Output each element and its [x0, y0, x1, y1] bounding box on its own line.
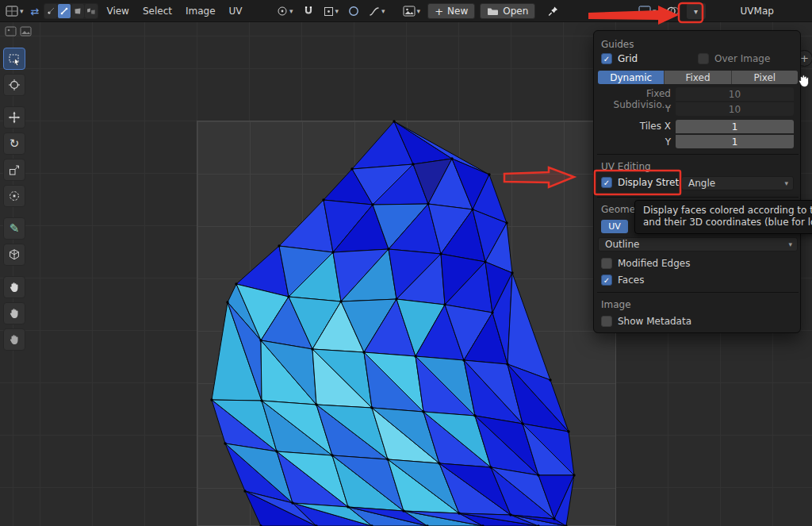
image-icon [403, 6, 416, 17]
tool-rotate[interactable]: ↻ [3, 132, 25, 155]
chevron-down-icon: ▾ [20, 7, 24, 15]
pivot-point-dropdown[interactable]: ▾ [274, 3, 296, 19]
uv-opacity-chip[interactable]: UV [601, 220, 628, 233]
edge-select-icon [60, 7, 68, 15]
tool-cage-transform[interactable] [3, 244, 25, 266]
tool-relax[interactable] [3, 302, 25, 324]
magnet-icon [303, 6, 314, 17]
chevron-down-icon: ▾ [335, 7, 339, 15]
new-image-button[interactable]: + New [427, 3, 475, 19]
browse-image-dropdown[interactable]: ▾ [400, 3, 423, 19]
active-uvmap-label: UVMap [741, 6, 774, 17]
scale-icon [8, 163, 21, 176]
proportional-editing-toggle[interactable] [346, 3, 362, 19]
panel-separator [597, 197, 799, 198]
relax-hand-icon [8, 307, 21, 320]
display-stretch-tooltip: Display faces colored according to the d… [634, 200, 812, 234]
viewport-corner-icons [5, 26, 32, 36]
box-select-icon [8, 52, 21, 66]
menu-uv[interactable]: UV [224, 3, 248, 19]
rotate-icon: ↻ [10, 138, 20, 150]
segment-fixed[interactable]: Fixed [665, 71, 730, 84]
show-metadata-checkbox[interactable] [601, 316, 612, 327]
image-frame-icon [5, 26, 17, 36]
edge-display-value: Outline [605, 239, 639, 250]
tool-box-select[interactable] [3, 48, 25, 70]
overlays-options-dropdown[interactable]: ▾ [687, 3, 706, 19]
gizmos-dropdown[interactable]: ▾ [636, 3, 659, 19]
select-mode-edge-button[interactable] [58, 4, 71, 18]
tool-scale[interactable] [3, 159, 25, 181]
grab-hand-icon [8, 281, 21, 294]
faces-checkbox[interactable]: ✓ [601, 275, 612, 286]
fixed-subdivisions-x-field[interactable]: 10 [676, 87, 794, 101]
display-stretch-checkbox[interactable]: ✓ [601, 177, 612, 188]
tool-pinch[interactable] [3, 328, 25, 351]
tool-cursor[interactable] [3, 74, 25, 96]
overlays-icon [666, 6, 680, 17]
panel-separator [597, 292, 799, 293]
tiles-y-field[interactable]: 1 [676, 135, 794, 148]
cube-icon [8, 248, 21, 261]
folder-icon [487, 6, 499, 16]
overlays-popover: Guides ✓ Grid Over Image Dynamic Fixed P… [593, 30, 801, 333]
menu-view[interactable]: View [101, 3, 134, 19]
pin-toggle[interactable] [545, 3, 561, 19]
select-mode-island-button[interactable] [85, 4, 98, 18]
select-mode-face-button[interactable] [71, 4, 84, 18]
over-image-label: Over Image [714, 53, 770, 64]
menu-image[interactable]: Image [180, 3, 221, 19]
falloff-curve-icon [369, 6, 380, 17]
tooltip-line-2: and their 3D coordinates (blue for low d… [643, 217, 812, 228]
pinch-hand-icon [8, 333, 21, 346]
fixed-subdivisions-y-label: Y [594, 103, 671, 114]
open-image-button[interactable]: Open [480, 3, 535, 19]
sync-arrows-icon: ⇄ [31, 6, 40, 17]
overlays-toggle[interactable] [664, 3, 682, 19]
modified-edges-checkbox[interactable] [601, 258, 612, 269]
check-icon: ✓ [603, 55, 610, 63]
image-frame-icon [20, 26, 32, 36]
hand-cursor [796, 73, 812, 89]
stretch-type-value: Angle [688, 178, 715, 189]
fixed-subdivisions-y-field[interactable]: 10 [676, 102, 794, 116]
tiles-y-value: 1 [732, 136, 738, 148]
chevron-down-icon: ▾ [381, 7, 385, 15]
tool-annotate[interactable]: ✎ [3, 217, 25, 240]
over-image-checkbox[interactable] [698, 53, 709, 64]
segment-dynamic[interactable]: Dynamic [598, 71, 664, 84]
uv-selection-mode-group [44, 3, 98, 19]
gizmo-icon [638, 6, 651, 17]
pivot-icon [277, 6, 288, 17]
tool-grab[interactable] [3, 276, 25, 298]
transform-icon [8, 190, 21, 202]
tiles-x-field[interactable]: 1 [676, 120, 794, 133]
select-mode-vertex-button[interactable] [44, 4, 57, 18]
grid-checkbox[interactable]: ✓ [601, 53, 612, 64]
editor-header: ▾ ⇄ [0, 0, 812, 22]
uv-sync-selection-toggle[interactable]: ⇄ [29, 3, 42, 19]
tooltip-line-1: Display faces colored according to the d… [643, 205, 812, 217]
fixed-subdivisions-x-value: 10 [729, 89, 741, 100]
uv-editing-section-label: UV Editing [601, 161, 651, 172]
tiles-x-label: Tiles X [594, 121, 671, 132]
segment-pixel[interactable]: Pixel [732, 71, 798, 84]
vertex-select-icon [47, 7, 55, 15]
menu-select[interactable]: Select [137, 3, 178, 19]
editor-type-button[interactable]: ▾ [3, 3, 26, 19]
open-image-button-label: Open [503, 6, 528, 17]
chevron-down-icon: ▾ [289, 7, 293, 15]
edge-display-dropdown[interactable]: Outline ▾ [598, 237, 798, 251]
tool-shelf: ↻ ✎ [3, 48, 29, 355]
fixed-subdivisions-y-value: 10 [729, 104, 741, 115]
snap-toggle[interactable] [301, 3, 316, 19]
falloff-dropdown[interactable]: ▾ [366, 3, 388, 19]
display-stretch-label: Display Stretch [618, 177, 690, 188]
chevron-down-icon: ▾ [784, 179, 788, 187]
faces-label: Faces [618, 275, 644, 286]
snap-target-dropdown[interactable]: ▾ [321, 3, 342, 19]
tool-move[interactable] [3, 106, 25, 129]
tool-transform[interactable] [3, 185, 25, 207]
chevron-down-icon: ▾ [417, 7, 421, 15]
stretch-type-dropdown[interactable]: Angle ▾ [681, 176, 794, 190]
